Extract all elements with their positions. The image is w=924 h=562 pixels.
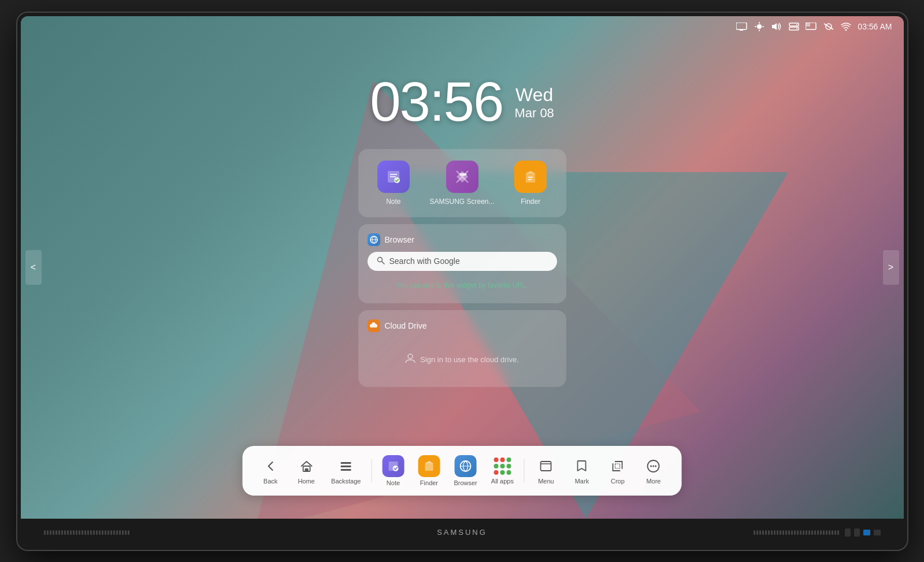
mark-icon [573, 457, 591, 475]
screen: 03:56 AM < > 03:56 Wed Mar 08 [21, 16, 904, 519]
apps-widget: Note SAMSUNG Screen... Finder [358, 149, 566, 217]
storage-icon [788, 22, 800, 31]
taskbar-more-label: More [646, 478, 660, 485]
brightness-icon [754, 22, 765, 31]
taskbar-back[interactable]: Back [254, 453, 287, 488]
browser-widget: Browser Search with Google You can add t… [358, 224, 566, 303]
taskbar-menu[interactable]: Menu [529, 453, 563, 488]
taskbar-browser-label: Browser [454, 479, 477, 486]
browser-hint: You can add to this widget by favorite U… [368, 277, 557, 294]
more-icon [644, 457, 663, 475]
samsung-screen-app-icon [446, 161, 478, 193]
svg-point-35 [652, 465, 654, 467]
search-icon [377, 256, 385, 266]
clock-date: Wed Mar 08 [514, 74, 554, 121]
menu-icon [537, 457, 555, 475]
taskbar-allapps-label: All apps [491, 478, 514, 485]
cloud-drive-title: Cloud Drive [385, 321, 427, 330]
svg-rect-31 [541, 461, 551, 471]
backstage-icon [337, 457, 355, 475]
search-bar-text: Search with Google [389, 256, 460, 266]
taskbar-crop[interactable]: Crop [601, 453, 634, 488]
svg-point-23 [408, 354, 413, 359]
left-arrow[interactable]: < [25, 250, 42, 285]
taskbar-backstage[interactable]: Backstage [325, 453, 366, 488]
taskbar-more[interactable]: More [637, 453, 670, 488]
svg-point-11 [796, 28, 797, 29]
samsung-bar: SAMSUNG [21, 519, 904, 546]
samsung-screen-app-label: SAMSUNG Screen... [429, 198, 494, 206]
finder-app-icon [514, 161, 547, 193]
tv-frame: 03:56 AM < > 03:56 Wed Mar 08 [17, 13, 907, 550]
browser-widget-icon [368, 233, 380, 246]
app-finder[interactable]: Finder [514, 161, 547, 206]
clock-day: Wed [514, 84, 554, 106]
taskbar-allapps[interactable]: All apps [485, 453, 519, 488]
svg-rect-19 [528, 179, 532, 180]
finder-taskbar-icon [418, 455, 440, 477]
taskbar-note-label: Note [387, 479, 400, 486]
svg-rect-28 [341, 469, 351, 471]
speaker-left [44, 530, 129, 535]
status-time: 03:56 AM [858, 22, 892, 31]
svg-rect-26 [341, 462, 351, 464]
taskbar-home[interactable]: Home [290, 453, 323, 488]
svg-point-10 [796, 24, 797, 25]
back-icon [261, 457, 280, 475]
taskbar-finder[interactable]: Finder [412, 452, 446, 490]
cloud-signin-area[interactable]: Sign in to use the cloud drive. [368, 341, 557, 378]
right-arrow[interactable]: > [883, 250, 899, 285]
finder-app-label: Finder [521, 198, 540, 206]
wifi-icon [840, 22, 852, 31]
cloud-drive-icon [368, 319, 380, 332]
person-icon [405, 353, 415, 366]
app-note[interactable]: Note [377, 161, 410, 206]
taskbar-crop-label: Crop [611, 478, 625, 485]
taskbar-note[interactable]: Note [376, 452, 410, 490]
browser-widget-header: Browser [368, 233, 557, 246]
taskbar-back-label: Back [264, 478, 277, 485]
bottom-ports [845, 528, 881, 537]
taskbar-menu-label: Menu [538, 478, 554, 485]
search-bar[interactable]: Search with Google [368, 252, 557, 271]
clock-area: 03:56 Wed Mar 08 [370, 74, 554, 129]
cloud-signin-text: Sign in to use the cloud drive. [420, 355, 519, 364]
note-taskbar-icon [382, 455, 404, 477]
samsung-logo: SAMSUNG [437, 528, 487, 537]
browser-widget-title: Browser [385, 235, 414, 244]
network-off-icon [823, 22, 834, 31]
taskbar-divider-2 [524, 459, 525, 482]
svg-rect-18 [528, 177, 533, 178]
svg-marker-7 [772, 23, 777, 30]
port-2 [854, 528, 860, 537]
note-app-label: Note [386, 198, 400, 206]
svg-rect-1 [740, 29, 743, 31]
screen-cast-icon [806, 22, 817, 31]
taskbar: Back Home Backstage [242, 446, 682, 496]
status-bar: 03:56 AM [736, 22, 892, 31]
clock-month-date: Mar 08 [514, 106, 554, 121]
port-1 [845, 528, 851, 537]
app-samsung-screen[interactable]: SAMSUNG Screen... [429, 161, 494, 206]
svg-point-34 [650, 465, 652, 467]
taskbar-divider-1 [371, 459, 372, 482]
volume-icon [771, 22, 782, 31]
port-usb-blue [863, 530, 870, 535]
taskbar-mark[interactable]: Mark [565, 453, 599, 488]
screen-mirror-icon [736, 22, 748, 31]
taskbar-finder-label: Finder [420, 479, 438, 486]
taskbar-mark-label: Mark [575, 478, 589, 485]
clock-time: 03:56 [370, 74, 503, 129]
svg-rect-13 [806, 23, 810, 27]
svg-point-16 [845, 29, 847, 31]
svg-line-22 [381, 261, 384, 264]
svg-point-36 [655, 465, 656, 467]
svg-point-2 [757, 24, 762, 29]
browser-taskbar-icon [455, 455, 477, 477]
port-usb-dark [874, 530, 881, 535]
speaker-right [754, 530, 839, 535]
taskbar-browser[interactable]: Browser [448, 452, 483, 490]
home-icon [297, 457, 316, 475]
taskbar-home-label: Home [298, 478, 314, 485]
svg-rect-25 [305, 468, 308, 471]
